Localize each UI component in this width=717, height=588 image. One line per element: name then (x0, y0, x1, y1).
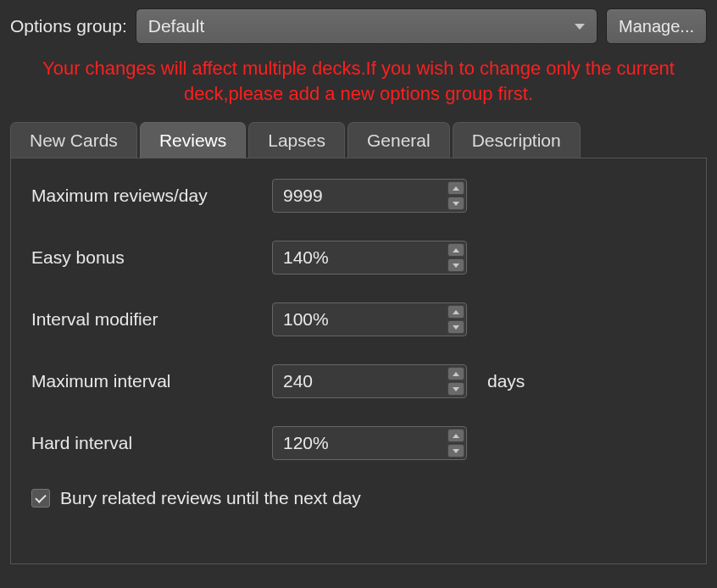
hard-interval-step-down[interactable] (447, 444, 464, 458)
hard-interval-step-up[interactable] (447, 429, 464, 442)
max-reviews-spinner[interactable] (272, 179, 467, 213)
options-group-label: Options group: (10, 16, 127, 36)
max-reviews-step-down[interactable] (447, 197, 464, 210)
tab-new-cards[interactable]: New Cards (10, 122, 137, 158)
hard-interval-spinner[interactable] (272, 426, 467, 460)
max-interval-label: Maximum interval (31, 371, 272, 391)
bury-label: Bury related reviews until the next day (60, 488, 361, 508)
interval-modifier-input[interactable] (272, 302, 467, 336)
tab-reviews[interactable]: Reviews (140, 122, 246, 158)
check-icon (35, 491, 46, 502)
hard-interval-label: Hard interval (31, 433, 272, 453)
tab-general[interactable]: General (347, 122, 450, 158)
interval-modifier-label: Interval modifier (31, 309, 272, 330)
tab-strip: New Cards Reviews Lapses General Descrip… (10, 121, 707, 158)
arrow-up-icon (453, 186, 459, 191)
bury-checkbox[interactable] (31, 489, 50, 508)
arrow-down-icon (453, 449, 459, 453)
arrow-down-icon (453, 387, 459, 391)
warning-text: Your changes will affect multiple decks.… (0, 51, 717, 121)
chevron-down-icon (575, 24, 585, 30)
max-reviews-input[interactable] (272, 179, 467, 213)
interval-modifier-step-up[interactable] (447, 305, 464, 319)
tab-description[interactable]: Description (453, 122, 581, 158)
arrow-down-icon (453, 263, 459, 268)
tab-lapses[interactable]: Lapses (248, 122, 345, 158)
max-reviews-label: Maximum reviews/day (31, 186, 272, 206)
max-interval-input[interactable] (272, 364, 467, 398)
arrow-up-icon (453, 372, 459, 376)
max-interval-step-down[interactable] (447, 382, 464, 396)
manage-button[interactable]: Manage... (606, 8, 707, 44)
max-interval-suffix: days (487, 371, 525, 391)
tab-body-reviews: Maximum reviews/day Easy bonus Interval (10, 158, 707, 564)
options-group-select[interactable]: Default (136, 8, 598, 44)
arrow-up-icon (453, 434, 459, 438)
arrow-up-icon (453, 310, 459, 314)
options-group-selected: Default (148, 16, 205, 36)
interval-modifier-spinner[interactable] (272, 302, 467, 336)
max-interval-step-up[interactable] (447, 367, 464, 380)
max-reviews-step-up[interactable] (447, 181, 464, 195)
interval-modifier-step-down[interactable] (447, 320, 464, 334)
arrow-up-icon (453, 248, 459, 252)
easy-bonus-label: Easy bonus (31, 247, 272, 268)
arrow-down-icon (453, 202, 459, 206)
easy-bonus-step-up[interactable] (447, 243, 464, 257)
easy-bonus-spinner[interactable] (272, 241, 467, 275)
max-interval-spinner[interactable] (272, 364, 467, 398)
arrow-down-icon (453, 325, 459, 330)
easy-bonus-step-down[interactable] (447, 258, 464, 272)
easy-bonus-input[interactable] (272, 241, 467, 275)
hard-interval-input[interactable] (272, 426, 467, 460)
